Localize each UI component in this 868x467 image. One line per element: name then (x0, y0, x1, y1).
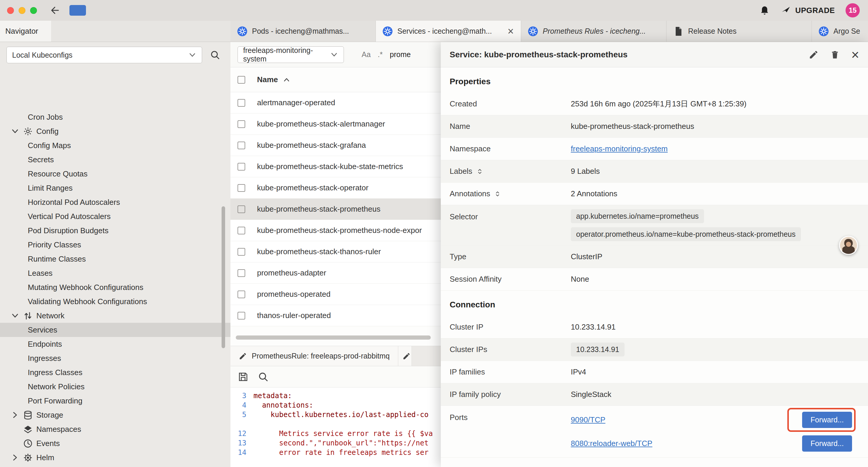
name-value: kube-prometheus-stack-prometheus (571, 122, 859, 131)
sidebar-item-helm[interactable]: Helm (0, 450, 230, 465)
section-heading-properties: Properties (441, 67, 868, 93)
sort-ascending-icon[interactable] (283, 76, 290, 84)
match-case-toggle[interactable]: Aa (362, 50, 371, 59)
zoom-window-button[interactable] (30, 7, 37, 14)
sidebar-item-endpoints[interactable]: Endpoints (0, 337, 230, 351)
sidebar-item-priority-classes[interactable]: Priority Classes (0, 238, 230, 252)
sidebar-item-runtime-classes[interactable]: Runtime Classes (0, 252, 230, 266)
sidebar-item-config[interactable]: Config (0, 124, 230, 138)
detail-row-name: Namekube-prometheus-stack-prometheus (441, 115, 868, 138)
expand-toggle-icon[interactable] (476, 168, 484, 175)
line-number: 5 (230, 410, 253, 419)
user-avatar[interactable] (839, 236, 858, 255)
row-checkbox[interactable] (238, 142, 245, 149)
navigator-header: Navigator (0, 21, 230, 42)
row-checkbox[interactable] (238, 227, 245, 234)
sidebar-scrollbar[interactable] (222, 206, 225, 348)
row-checkbox[interactable] (238, 248, 245, 256)
drawer-title: Service: kube-prometheus-stack-prometheu… (450, 50, 627, 59)
kubeconfig-selector[interactable]: Local Kubeconfigs (6, 47, 202, 63)
search-icon[interactable] (258, 371, 269, 382)
row-checkbox[interactable] (238, 163, 245, 171)
row-checkbox[interactable] (238, 291, 245, 298)
regex-toggle[interactable]: .* (378, 50, 383, 59)
tab-prometheus-rules-icecheng[interactable]: Prometheus Rules - icecheng... (521, 21, 666, 42)
line-number (230, 419, 253, 429)
sidebar-item-ingress-classes[interactable]: Ingress Classes (0, 365, 230, 380)
edit-icon[interactable] (809, 50, 819, 60)
tab-pods-icecheng-mathmas[interactable]: Pods - icecheng@mathmas... (230, 21, 376, 42)
detail-row-namespace: Namespacefreeleaps-monitoring-system (441, 138, 868, 160)
detail-row-annotations: Annotations2 Annotations (441, 183, 868, 205)
chevron-down-icon[interactable] (11, 311, 20, 320)
save-icon[interactable] (238, 371, 249, 382)
name-column-header[interactable]: Name (257, 75, 278, 84)
notifications-bell-icon[interactable] (759, 5, 770, 16)
select-all-checkbox[interactable] (238, 76, 245, 84)
scrollbar-thumb[interactable] (236, 335, 431, 340)
config-icon (23, 126, 33, 136)
sidebar-item-horizontal-pod-autoscalers[interactable]: Horizontal Pod Autoscalers (0, 195, 230, 209)
sidebar-item-limit-ranges[interactable]: Limit Ranges (0, 181, 230, 195)
close-window-button[interactable] (7, 7, 14, 14)
chevron-down-icon[interactable] (11, 127, 20, 136)
chevron-right-icon[interactable] (11, 411, 20, 419)
tab-services-icecheng-math[interactable]: Services - icecheng@math...× (376, 21, 521, 42)
search-icon[interactable] (210, 50, 220, 60)
sidebar-item-port-forwarding[interactable]: Port Forwarding (0, 394, 230, 408)
sidebar-item-ingresses[interactable]: Ingresses (0, 351, 230, 365)
close-tab-icon[interactable]: × (507, 26, 514, 37)
minimize-window-button[interactable] (19, 7, 25, 14)
chevron-down-icon (188, 51, 196, 59)
editor-tab-partial[interactable] (398, 346, 412, 366)
sidebar-item-events[interactable]: Events (0, 436, 230, 450)
detail-row-selector: Selectorapp.kubernetes.io/name=prometheu… (441, 205, 868, 245)
editor-tab-prometheusrule[interactable]: PrometheusRule: freeleaps-prod-rabbitmq (230, 346, 398, 366)
sidebar-item-services[interactable]: Services (0, 323, 230, 337)
namespace-filter[interactable]: freeleaps-monitoring-system (238, 47, 344, 63)
row-checkbox[interactable] (238, 99, 245, 107)
details-drawer: Service: kube-prometheus-stack-prometheu… (441, 42, 868, 467)
row-checkbox[interactable] (238, 269, 245, 277)
sidebar-item-mutating-webhook-configurations[interactable]: Mutating Webhook Configurations (0, 280, 230, 294)
tab-release-notes[interactable]: Release Notes (666, 21, 812, 42)
tab-argo-se[interactable]: Argo Se (812, 21, 868, 42)
line-number: 12 (230, 429, 253, 438)
row-checkbox[interactable] (238, 312, 245, 320)
sidebar-item-secrets[interactable]: Secrets (0, 152, 230, 167)
namespace-link[interactable]: freeleaps-monitoring-system (571, 144, 668, 153)
row-checkbox[interactable] (238, 120, 245, 128)
sidebar-item-cron-jobs[interactable]: Cron Jobs (0, 110, 230, 124)
chevron-right-icon[interactable] (11, 453, 20, 462)
forward-arrow-icon[interactable] (69, 5, 86, 16)
expand-toggle-icon[interactable] (494, 190, 501, 198)
sidebar-item-access-control[interactable]: Access Control (0, 465, 230, 467)
row-checkbox[interactable] (238, 184, 245, 192)
sidebar-item-namespaces[interactable]: Namespaces (0, 422, 230, 436)
type-value: ClusterIP (571, 252, 859, 261)
sidebar-item-storage[interactable]: Storage (0, 408, 230, 422)
notification-count-badge[interactable]: 15 (845, 3, 860, 18)
helm-icon (23, 453, 33, 463)
kubernetes-icon (382, 26, 393, 37)
sidebar-item-network-policies[interactable]: Network Policies (0, 380, 230, 394)
port-link[interactable]: 9090/TCP (571, 415, 606, 425)
navigator-tab: Navigator (0, 21, 51, 42)
forward-button[interactable]: Forward... (802, 412, 852, 428)
search-input[interactable]: Aa .* prome (362, 50, 411, 59)
sidebar-item-validating-webhook-configurations[interactable]: Validating Webhook Configurations (0, 294, 230, 309)
back-arrow-icon[interactable] (50, 5, 61, 16)
upgrade-button[interactable]: UPGRADE (780, 6, 835, 15)
forward-button[interactable]: Forward... (802, 435, 852, 451)
sidebar-item-resource-quotas[interactable]: Resource Quotas (0, 167, 230, 181)
sidebar-item-network[interactable]: Network (0, 309, 230, 323)
row-checkbox[interactable] (238, 205, 245, 213)
sidebar-item-pod-disruption-budgets[interactable]: Pod Disruption Budgets (0, 224, 230, 238)
sidebar-item-config-maps[interactable]: Config Maps (0, 138, 230, 152)
port-link[interactable]: 8080:reloader-web/TCP (571, 439, 652, 448)
delete-icon[interactable] (830, 50, 840, 60)
close-icon[interactable]: × (851, 48, 859, 61)
sidebar-item-vertical-pod-autoscalers[interactable]: Vertical Pod Autoscalers (0, 209, 230, 224)
sidebar-item-leases[interactable]: Leases (0, 266, 230, 280)
selector-badge: app.kubernetes.io/name=prometheus (571, 209, 704, 223)
